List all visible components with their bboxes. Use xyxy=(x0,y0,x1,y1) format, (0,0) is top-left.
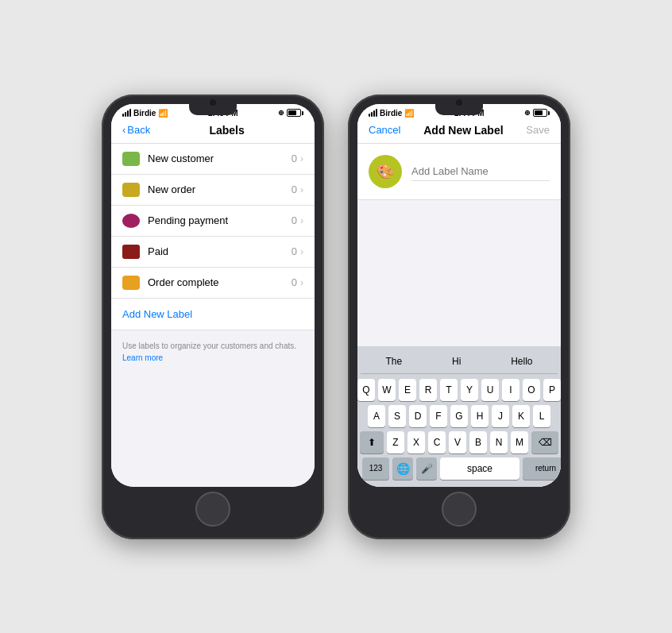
key-space[interactable]: space xyxy=(440,457,519,480)
label-name-pending-payment: Pending payment xyxy=(148,214,292,226)
label-color-new-order xyxy=(122,183,140,197)
key-z[interactable]: Z xyxy=(387,431,404,454)
status-right-2: ⊕ xyxy=(524,109,550,117)
label-name-paid: Paid xyxy=(148,245,292,257)
label-item-paid[interactable]: Paid 0 › xyxy=(111,237,315,268)
help-text-content: Use labels to organize your customers an… xyxy=(122,342,296,350)
key-q[interactable]: Q xyxy=(357,379,375,401)
label-count-order-complete: 0 xyxy=(292,276,297,288)
key-k[interactable]: K xyxy=(512,405,530,427)
battery-1 xyxy=(287,109,303,117)
phones-container: Birdie 📶 1:43 PM ⊕ ‹ xyxy=(78,71,594,563)
label-color-pending-payment xyxy=(122,214,140,228)
save-label: Save xyxy=(526,124,550,136)
key-y[interactable]: Y xyxy=(461,379,478,401)
battery-body-1 xyxy=(287,109,301,117)
key-g[interactable]: G xyxy=(450,405,468,427)
label-chevron-order-complete: › xyxy=(300,277,303,288)
battery-tip-1 xyxy=(302,111,303,115)
suggestion-hello[interactable]: Hello xyxy=(503,354,540,369)
key-i[interactable]: I xyxy=(502,379,519,401)
key-x[interactable]: X xyxy=(407,431,425,454)
battery-body-2 xyxy=(533,109,547,117)
label-color-new-customer xyxy=(122,152,140,166)
status-left-2: Birdie 📶 xyxy=(369,109,414,118)
keyboard-suggestions: The Hi Hello xyxy=(361,351,558,374)
back-label-1: Back xyxy=(127,124,150,136)
key-u[interactable]: U xyxy=(481,379,499,401)
key-shift[interactable]: ⬆ xyxy=(360,431,384,454)
label-chevron-pending-payment: › xyxy=(300,215,303,226)
carrier-name-2: Birdie xyxy=(380,109,402,118)
key-j[interactable]: J xyxy=(492,405,509,427)
screen-content-1: New customer 0 › New order 0 › Pending p… xyxy=(111,144,315,487)
key-s[interactable]: S xyxy=(388,405,406,427)
label-color-order-complete xyxy=(122,276,140,290)
label-count-new-customer: 0 xyxy=(292,152,297,164)
key-w[interactable]: W xyxy=(378,379,396,401)
key-o[interactable]: O xyxy=(523,379,540,401)
key-n[interactable]: N xyxy=(490,431,508,454)
label-item-new-order[interactable]: New order 0 › xyxy=(111,175,315,206)
key-b[interactable]: B xyxy=(469,431,487,454)
back-chevron-icon: ‹ xyxy=(122,124,126,136)
label-name-new-customer: New customer xyxy=(148,152,292,164)
key-return[interactable]: return xyxy=(523,457,561,480)
key-m[interactable]: M xyxy=(511,431,528,454)
key-v[interactable]: V xyxy=(449,431,466,454)
phone-1: Birdie 📶 1:43 PM ⊕ ‹ xyxy=(102,95,324,539)
signal-bar-2-2 xyxy=(371,112,373,117)
signal-bars-2 xyxy=(369,109,377,117)
phone-top-notch-2 xyxy=(435,104,483,115)
battery-fill-1 xyxy=(288,110,297,115)
key-h[interactable]: H xyxy=(471,405,489,427)
key-mic[interactable]: 🎤 xyxy=(416,457,437,480)
back-button-1[interactable]: ‹ Back xyxy=(122,124,150,136)
key-a[interactable]: A xyxy=(368,405,385,427)
home-button-2[interactable] xyxy=(442,492,477,527)
color-circle[interactable]: 🎨 xyxy=(369,155,402,188)
suggestion-hi[interactable]: Hi xyxy=(444,354,469,369)
learn-more-link[interactable]: Learn more xyxy=(122,353,163,362)
key-c[interactable]: C xyxy=(428,431,446,454)
cancel-button[interactable]: Cancel xyxy=(369,124,400,136)
key-t[interactable]: T xyxy=(440,379,458,401)
status-right-1: ⊕ xyxy=(278,109,303,117)
phone-2: Birdie 📶 1:44 PM ⊕ Cancel xyxy=(348,95,570,539)
carrier-name-1: Birdie xyxy=(133,109,156,118)
signal-bar-2-4 xyxy=(376,109,377,117)
save-button[interactable]: Save xyxy=(526,124,550,136)
label-chevron-new-order: › xyxy=(300,184,303,195)
label-input-section: 🎨 xyxy=(357,144,561,200)
screen-content-2: 🎨 The Hi Hello Q W E xyxy=(357,144,561,487)
nav-title-2: Add New Label xyxy=(423,124,503,137)
key-delete[interactable]: ⌫ xyxy=(531,431,558,454)
key-e[interactable]: E xyxy=(399,379,416,401)
key-d[interactable]: D xyxy=(409,405,427,427)
key-globe[interactable]: 🌐 xyxy=(392,457,413,480)
label-name-input[interactable] xyxy=(411,162,550,181)
key-l[interactable]: L xyxy=(533,405,550,427)
label-item-pending-payment[interactable]: Pending payment 0 › xyxy=(111,206,315,237)
label-name-order-complete: Order complete xyxy=(148,276,292,288)
key-numbers[interactable]: 123 xyxy=(362,457,389,480)
add-new-label-button[interactable]: Add New Label xyxy=(111,299,315,330)
labels-list: New customer 0 › New order 0 › Pending p… xyxy=(111,144,315,330)
key-p[interactable]: P xyxy=(543,379,561,401)
empty-content-area xyxy=(357,200,561,346)
keyboard-row-2: A S D F G H J K L xyxy=(361,405,558,427)
key-r[interactable]: R xyxy=(419,379,437,401)
home-button-1[interactable] xyxy=(195,492,230,527)
palette-icon: 🎨 xyxy=(377,163,394,180)
label-chevron-new-customer: › xyxy=(300,153,303,164)
phone-camera-2 xyxy=(456,99,462,106)
keyboard-row-1: Q W E R T Y U I O P xyxy=(361,379,558,401)
suggestion-the[interactable]: The xyxy=(377,354,410,369)
battery-2 xyxy=(533,109,550,117)
key-f[interactable]: F xyxy=(430,405,447,427)
label-item-new-customer[interactable]: New customer 0 › xyxy=(111,144,315,175)
nav-bar-2: Cancel Add New Label Save xyxy=(357,119,561,144)
label-item-order-complete[interactable]: Order complete 0 › xyxy=(111,268,315,299)
label-chevron-paid: › xyxy=(300,246,303,257)
cancel-label: Cancel xyxy=(369,124,400,136)
